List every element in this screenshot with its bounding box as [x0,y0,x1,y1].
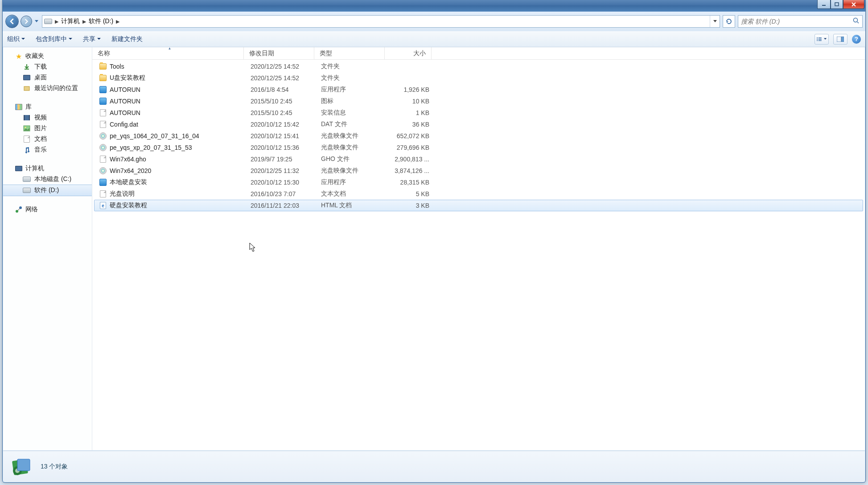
file-row[interactable]: AUTORUN2015/5/10 2:45图标10 KB [94,95,863,107]
sidebar-group-favorites: ★收藏夹下载桌面最近访问的位置 [3,51,92,94]
breadcrumb-separator-icon[interactable]: ▶ [54,19,59,25]
library-icon [15,103,23,111]
file-type-cell: 文本文档 [317,189,387,199]
view-mode-button[interactable] [815,34,829,45]
file-row[interactable]: 硬盘安装教程2016/11/21 22:03HTML 文档3 KB [94,200,863,211]
chevron-down-icon [21,38,25,40]
file-size-cell: 2,900,813 ... [387,154,434,164]
file-row[interactable]: Tools2020/12/25 14:52文件夹 [94,61,863,72]
sidebar-group-libraries: 库视频图片文档音乐 [3,102,92,155]
sidebar-item[interactable]: 最近访问的位置 [3,83,92,94]
file-type-icon [99,190,107,198]
file-date-cell: 2020/12/25 14:52 [246,73,317,83]
file-row[interactable]: 光盘说明2016/10/23 7:07文本文档5 KB [94,188,863,200]
help-button[interactable]: ? [852,35,861,44]
sidebar-header-label: 库 [25,103,32,111]
desktop-icon [23,74,31,81]
sort-indicator-icon: ▲ [168,46,172,50]
file-row[interactable]: pe_yqs_xp_20_07_31_15_532020/10/12 15:36… [94,142,863,153]
svg-rect-8 [819,40,822,41]
sidebar-item-label: 软件 (D:) [34,186,59,194]
svg-rect-0 [822,5,826,6]
file-type-cell: 安装信息 [317,107,387,118]
file-name-cell: AUTORUN [95,96,246,107]
history-dropdown[interactable] [34,15,39,28]
file-type-icon [99,62,107,70]
address-bar[interactable]: ▶ 计算机 ▶ 软件 (D:) ▶ [42,15,720,28]
breadcrumb-separator-icon[interactable]: ▶ [82,19,87,25]
file-rows[interactable]: Tools2020/12/25 14:52文件夹U盘安装教程2020/12/25… [92,60,865,450]
minimize-button[interactable] [817,0,831,9]
file-row[interactable]: Win7x64.gho2019/9/7 19:25GHO 文件2,900,813… [94,153,863,165]
search-icon [852,17,860,26]
file-row[interactable]: Win7x64_20202020/12/25 11:32光盘映像文件3,874,… [94,165,863,177]
new-folder-label: 新建文件夹 [111,35,143,43]
file-row[interactable]: 本地硬盘安装2020/10/12 15:30应用程序28,315 KB [94,177,863,188]
sidebar-item[interactable]: 桌面 [3,72,92,83]
sidebar-item[interactable]: 视频 [3,112,92,123]
sidebar-item[interactable]: 下载 [3,62,92,72]
breadcrumb-segment-label: 软件 (D:) [89,17,113,25]
refresh-button[interactable] [723,15,735,28]
drive-icon [23,187,31,194]
breadcrumb-root-icon[interactable] [42,16,54,27]
sidebar-item[interactable]: 音乐 [3,144,92,155]
sidebar-header-libraries[interactable]: 库 [3,102,92,112]
column-size-label: 大小 [413,49,426,58]
new-folder-button[interactable]: 新建文件夹 [111,35,143,43]
column-type-label: 类型 [320,49,332,58]
maximize-button[interactable] [831,0,843,9]
file-type-cell: 光盘映像文件 [317,142,387,153]
file-size-cell: 652,072 KB [387,131,434,141]
music-icon [23,146,31,153]
file-name-cell: AUTORUN [95,107,246,118]
file-type-icon [99,86,107,94]
search-box[interactable] [738,15,863,28]
breadcrumb-computer[interactable]: 计算机 [59,16,82,27]
close-button[interactable] [843,0,864,9]
refresh-icon [725,18,732,25]
preview-pane-icon [837,37,844,42]
forward-button[interactable] [21,16,32,27]
breadcrumb-separator-icon[interactable]: ▶ [115,19,120,25]
organize-menu[interactable]: 组织 [7,35,25,43]
search-input[interactable] [741,18,852,25]
sidebar-item[interactable]: 软件 (D:) [3,185,92,196]
sidebar-item-label: 桌面 [34,74,47,82]
file-type-cell: HTML 文档 [317,200,387,211]
file-name-cell: Win7x64_2020 [95,165,246,176]
video-icon [23,114,31,121]
sidebar-item[interactable]: 图片 [3,123,92,134]
include-library-menu[interactable]: 包含到库中 [36,35,72,43]
svg-rect-4 [819,37,822,38]
picture-icon [23,125,31,132]
file-row[interactable]: U盘安装教程2020/12/25 14:52文件夹 [94,72,863,84]
sidebar-header-network[interactable]: 网络 [3,204,92,215]
sidebar-item[interactable]: 文档 [3,134,92,144]
address-dropdown[interactable] [710,16,720,27]
file-size-cell: 5 KB [387,189,434,199]
preview-pane-button[interactable] [833,34,847,45]
file-row[interactable]: pe_yqs_1064_20_07_31_16_042020/10/12 15:… [94,130,863,142]
file-date-cell: 2016/1/8 4:54 [246,84,317,95]
file-type-icon [99,120,107,128]
sidebar-header-favorites[interactable]: ★收藏夹 [3,51,92,62]
navigation-pane[interactable]: ★收藏夹下载桌面最近访问的位置库视频图片文档音乐计算机本地磁盘 (C:)软件 (… [3,47,92,450]
file-row[interactable]: AUTORUN2016/1/8 4:54应用程序1,926 KB [94,84,863,95]
breadcrumb-current[interactable]: 软件 (D:) [87,16,115,27]
file-name: Win7x64_2020 [110,167,151,174]
share-menu[interactable]: 共享 [83,35,101,43]
column-header-name[interactable]: 名称 ▲ [92,47,244,59]
column-name-label: 名称 [98,49,110,58]
sidebar-item-label: 文档 [34,135,47,143]
back-button[interactable] [5,15,19,28]
file-row[interactable]: AUTORUN2015/5/10 2:45安装信息1 KB [94,107,863,119]
column-header-type[interactable]: 类型 [314,47,385,59]
column-header-size[interactable]: 大小 [385,47,432,59]
sidebar-item[interactable]: 本地磁盘 (C:) [3,174,92,185]
column-header-date[interactable]: 修改日期 [244,47,314,59]
file-name: 本地硬盘安装 [110,178,147,186]
file-type-icon [99,155,107,163]
file-row[interactable]: Config.dat2020/10/12 15:42DAT 文件36 KB [94,119,863,130]
sidebar-header-computer[interactable]: 计算机 [3,163,92,174]
